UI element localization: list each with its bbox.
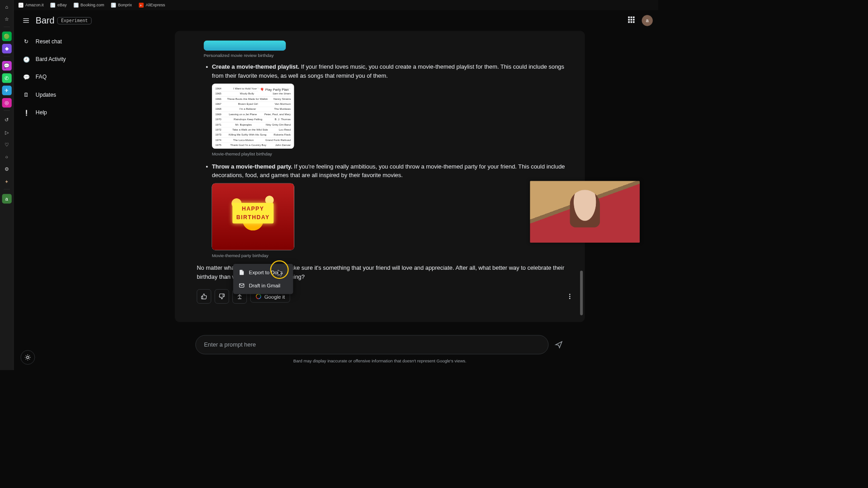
prompt-placeholder: Enter a prompt here <box>204 341 256 348</box>
playlist-row: 1970Raindrops Keep FallingB. J. Thomas <box>215 117 291 122</box>
playlist-row: 1976Blinded by the LightManfred Mann <box>215 148 291 149</box>
svg-line-19 <box>29 355 30 356</box>
browser-tab[interactable]: 📄eBay <box>48 1 70 9</box>
avatar[interactable]: a <box>642 15 653 26</box>
playlist-row: 1974The Loco-MotionGrand Funk Railroad <box>215 138 291 143</box>
favicon-icon: ▸ <box>139 3 144 8</box>
sparkle-icon[interactable]: ✦ <box>2 177 11 186</box>
bard-activity-icon: 🕘 <box>23 56 30 63</box>
play-icon[interactable]: ▷ <box>2 127 11 137</box>
thumbs-up-button[interactable] <box>197 289 211 304</box>
svg-line-15 <box>29 359 30 360</box>
browser-tab[interactable]: 📄Bonprix <box>108 1 135 9</box>
nav-item-help[interactable]: ❕Help <box>18 105 99 121</box>
history-icon[interactable]: ↺ <box>2 115 11 125</box>
browser-tab[interactable]: ▸AliExpress <box>136 1 168 9</box>
export-docs-label: Export to Docs <box>249 269 283 275</box>
nav-label: FAQ <box>36 74 47 80</box>
menu-icon[interactable] <box>19 14 33 27</box>
browser-tab[interactable]: aAmazon.it <box>16 1 47 9</box>
left-nav: ↻Reset chat🕘Bard Activity💬FAQ🗓Updates❕He… <box>14 31 103 123</box>
prompt-input[interactable]: Enter a prompt here <box>195 335 548 354</box>
nav-label: Bard Activity <box>36 56 66 62</box>
list-item-bold: Create a movie-themed playlist. <box>212 64 299 70</box>
tab-label: Booking.com <box>80 3 104 8</box>
image-card-partial[interactable] <box>203 40 286 51</box>
playlist-row: 1971Mr. BojanglesNitty Gritty Dirt Band <box>215 122 291 127</box>
svg-line-14 <box>26 355 26 356</box>
nav-item-reset-chat[interactable]: ↻Reset chat <box>18 33 99 49</box>
help-icon: ❕ <box>23 109 30 117</box>
playlist-row: 1973Killing Me Softly With His SongRober… <box>215 132 291 137</box>
export-menu: Export to Docs Draft in Gmail <box>233 264 293 294</box>
favicon-icon: a <box>19 3 24 8</box>
image-source-chip: 🎈 Play Party Plan <box>257 86 291 93</box>
svg-point-8 <box>569 296 571 297</box>
response-list: Create a movie-themed playlist. If your … <box>184 63 575 259</box>
nav-item-updates[interactable]: 🗓Updates <box>18 87 99 103</box>
nav-item-bard-activity[interactable]: 🕘Bard Activity <box>18 52 99 67</box>
send-button[interactable] <box>553 339 564 350</box>
playlist-row: 1975Thank God I'm a Country BoyJohn Denv… <box>215 143 291 148</box>
playlist-row: 1967Brown Eyed GirlVan Morrison <box>215 102 291 107</box>
svg-point-9 <box>569 298 571 299</box>
nav-label: Reset chat <box>36 38 62 45</box>
image-caption: Movie-themed playlist birthday <box>212 151 569 158</box>
faq-icon: 💬 <box>23 73 30 81</box>
tab-label: Amazon.it <box>25 3 43 8</box>
image-caption: Movie-themed party birthday <box>212 252 569 259</box>
updates-icon: 🗓 <box>23 91 30 99</box>
svg-point-11 <box>27 356 29 358</box>
svg-point-7 <box>569 294 571 295</box>
playlist-row: 1969Leaving on a Jet PlanePeter, Paul, a… <box>215 112 291 117</box>
app-icon-1[interactable]: 🟢 <box>2 32 11 41</box>
nav-item-faq[interactable]: 💬FAQ <box>18 69 99 85</box>
whatsapp-icon[interactable]: ✆ <box>2 73 11 83</box>
gear-icon[interactable]: ⚙ <box>2 164 11 174</box>
app-header: Bard Experiment a <box>14 10 658 31</box>
app-badge-a[interactable]: a <box>2 194 11 203</box>
nav-label: Help <box>36 110 47 116</box>
nav-label: Updates <box>36 92 56 98</box>
heart-icon[interactable]: ♡ <box>2 140 11 149</box>
browser-tab-strip: aAmazon.it📄eBay📄Booking.com📄Bonprix▸AliE… <box>14 0 658 10</box>
os-side-rail: ⌂☆🟢◆💬✆✈◎↺▷♡○⚙✦a <box>0 0 14 370</box>
playlist-row: 1972Take a Walk on the Wild SideLou Reed <box>215 127 291 132</box>
instagram-icon[interactable]: ◎ <box>2 98 11 108</box>
list-item: Create a movie-themed playlist. If your … <box>212 63 569 158</box>
google-it-label: Google it <box>264 294 285 300</box>
disclaimer-text: Bard may display inaccurate or offensive… <box>175 358 585 363</box>
webcam-pip[interactable] <box>530 181 640 243</box>
experiment-chip: Experiment <box>57 17 92 24</box>
prompt-bar: Enter a prompt here <box>195 335 564 354</box>
telegram-icon[interactable]: ✈ <box>2 86 11 95</box>
more-options-icon[interactable] <box>564 291 575 302</box>
apps-grid-icon[interactable] <box>628 16 636 24</box>
brand-title: Bard <box>36 15 55 26</box>
favicon-icon: 📄 <box>111 3 116 8</box>
scrollbar-thumb[interactable] <box>580 271 583 315</box>
circle-icon[interactable]: ○ <box>2 152 11 162</box>
theme-toggle-button[interactable] <box>21 350 35 365</box>
tab-label: Bonprix <box>118 3 132 8</box>
draft-gmail-label: Draft in Gmail <box>249 282 281 288</box>
messenger-icon[interactable]: 💬 <box>2 61 11 70</box>
export-to-docs-item[interactable]: Export to Docs <box>233 266 293 279</box>
image-card-party[interactable]: a Amazon.com HAPPY BIRTHDAY <box>212 183 294 250</box>
tab-label: AliExpress <box>146 3 165 8</box>
favicon-icon: 📄 <box>74 3 79 8</box>
svg-line-18 <box>26 359 26 360</box>
favicon-icon: 📄 <box>51 3 56 8</box>
browser-tab[interactable]: 📄Booking.com <box>71 1 107 9</box>
list-item-bold: Throw a movie-themed party. <box>212 163 292 169</box>
playlist-row: 1968I'm a BelieverThe Monkees <box>215 107 291 112</box>
app-icon-2[interactable]: ◆ <box>2 44 11 53</box>
party-banner-text: HAPPY BIRTHDAY <box>232 203 274 224</box>
home-icon[interactable]: ⌂ <box>2 2 11 12</box>
star-icon[interactable]: ☆ <box>2 14 11 24</box>
reset-chat-icon: ↻ <box>23 38 30 45</box>
draft-in-gmail-item[interactable]: Draft in Gmail <box>233 279 293 292</box>
image-card-playlist[interactable]: 🎈 Play Party Plan 1964I Want to Hold You… <box>212 84 294 149</box>
playlist-row: 1966These Boots Are Made for WalkinNancy… <box>215 97 291 102</box>
thumbs-down-button[interactable] <box>215 289 229 304</box>
